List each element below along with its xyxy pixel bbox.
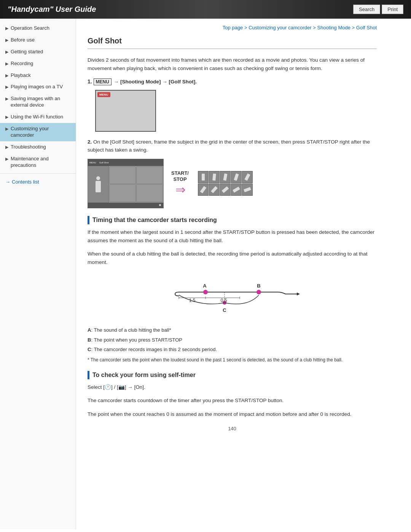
frames-strip-2 [198, 184, 253, 196]
sidebar-divider [0, 173, 76, 174]
step-2-number: 2. [88, 139, 92, 145]
breadcrumb-sep3: > [352, 25, 356, 30]
step-1-number: 1. MENU → [Shooting Mode] → [Golf Shot]. [88, 78, 377, 86]
timing-footnote: * The camcorder sets the point when the … [88, 356, 377, 363]
header: "Handycam" User Guide Search Print [0, 0, 411, 19]
arrow-icon: ▶ [5, 37, 8, 43]
breadcrumb-golf-shot: Golf Shot [356, 25, 377, 30]
step2-arrow-group: START/ STOP ⇒ [171, 170, 190, 197]
frame-1 [198, 171, 209, 183]
sidebar-item-playback[interactable]: ▶ Playback [0, 70, 76, 81]
sidebar-item-label: Playing images on a TV [11, 84, 63, 90]
sidebar-item-troubleshooting[interactable]: ▶ Troubleshooting [0, 141, 76, 153]
golf-top-bar: MENU Golf Shot [88, 159, 163, 166]
sidebar-item-getting-started[interactable]: ▶ Getting started [0, 46, 76, 58]
contents-link-label: Contents list [12, 179, 39, 185]
sidebar: ▶ Operation Search ▶ Before use ▶ Gettin… [0, 19, 76, 529]
self-timer-heading-text: To check your form using self-timer [92, 372, 196, 379]
arrow-icon: ▶ [5, 61, 8, 66]
timing-body-1: If the moment when the largest sound in … [88, 228, 377, 244]
breadcrumb-shooting-mode[interactable]: Shooting Mode [317, 25, 350, 30]
sidebar-item-maintenance[interactable]: ▶ Maintenance and precautions [0, 153, 76, 171]
frame-figure [233, 187, 240, 193]
golf-bottom-icon: ⏺ [159, 203, 162, 207]
golf-bottom-bar: ⏺ [88, 203, 163, 208]
page-number: 140 [88, 426, 377, 431]
frame-4 [231, 171, 242, 183]
arrow-icon: ▶ [5, 96, 8, 101]
print-button[interactable]: Print [382, 5, 403, 14]
self-timer-body-2: The point when the count reaches 0 is as… [88, 410, 377, 419]
golf-screen-inner: MENU Golf Shot [88, 159, 163, 208]
label-b-bold: B [88, 337, 91, 343]
label-c-bold: C [88, 347, 91, 352]
sidebar-item-label: Customizing your camcorder [11, 126, 72, 139]
arrow-icon: ▶ [5, 49, 8, 54]
sidebar-item-label: Troubleshooting [11, 144, 46, 150]
sidebar-item-label: Saving images with an external device [11, 96, 72, 109]
arrow-icon: ▶ [5, 84, 8, 89]
svg-text:A: A [203, 283, 207, 289]
site-title: "Handycam" User Guide [8, 5, 96, 14]
frame-figure [200, 186, 207, 193]
frame-6 [198, 184, 209, 196]
step-2: 2. On the [Golf Shot] screen, frame the … [88, 138, 377, 208]
frame-9 [231, 184, 242, 196]
intro-text: Divides 2 seconds of fast movement into … [88, 56, 377, 72]
svg-text:C: C [223, 307, 226, 313]
header-buttons: Search Print [353, 5, 403, 14]
golfer-head [96, 176, 100, 180]
breadcrumb-customizing[interactable]: Customizing your camcorder [249, 25, 311, 30]
sidebar-item-customizing[interactable]: ▶ Customizing your camcorder [0, 123, 76, 141]
timing-body-2: When the sound of a club hitting the bal… [88, 250, 377, 266]
golf-frame-4 [136, 184, 163, 202]
blue-bar-icon-2 [88, 371, 89, 379]
svg-point-2 [256, 290, 261, 294]
golf-body [88, 166, 163, 203]
frame-figure [202, 174, 205, 181]
search-button[interactable]: Search [353, 5, 380, 14]
sidebar-item-wifi[interactable]: ▶ Using the Wi-Fi function [0, 111, 76, 123]
timing-svg: A B C 1.5 0.5 [160, 273, 304, 319]
arrow-right-icon: → [5, 179, 10, 185]
step-1: 1. MENU → [Shooting Mode] → [Golf Shot].… [88, 78, 377, 132]
sidebar-item-recording[interactable]: ▶ Recording [0, 58, 76, 70]
self-timer-body-1: The camcorder starts countdown of the ti… [88, 396, 377, 405]
golf-left-panel [88, 166, 109, 203]
frame-5 [242, 171, 253, 183]
golf-frame-2 [136, 166, 163, 184]
frame-2 [209, 171, 220, 183]
golf-screen: MENU Golf Shot [88, 159, 164, 208]
contents-list-link[interactable]: → Contents list [0, 176, 76, 188]
layout: ▶ Operation Search ▶ Before use ▶ Gettin… [0, 19, 411, 529]
step-1-text: → [Shooting Mode] → [Golf Shot]. [114, 79, 197, 85]
golfer-figure-group [96, 176, 101, 192]
label-c: C: The camcorder records images in this … [88, 345, 377, 354]
frame-8 [220, 184, 231, 196]
breadcrumb-top[interactable]: Top page [223, 25, 243, 30]
sidebar-item-playing-images[interactable]: ▶ Playing images on a TV [0, 81, 76, 93]
sidebar-item-before-use[interactable]: ▶ Before use [0, 34, 76, 46]
start-stop-label: START/ STOP [171, 170, 189, 182]
arrow-icon: ▶ [5, 126, 8, 131]
sidebar-item-label: Operation Search [11, 25, 49, 32]
sidebar-item-saving-images[interactable]: ▶ Saving images with an external device [0, 93, 76, 111]
frames-strip-container [198, 171, 253, 196]
blue-bar-icon [88, 216, 89, 224]
frame-7 [209, 184, 220, 196]
menu-key: MENU [94, 78, 112, 85]
frame-figure [223, 174, 227, 181]
breadcrumb-sep2: > [313, 25, 317, 30]
frame-figure [212, 174, 216, 181]
main-content: Top page > Customizing your camcorder > … [76, 19, 388, 529]
step-2-text: 2. On the [Golf Shot] screen, frame the … [88, 138, 377, 154]
timing-heading-text: Timing that the camcorder starts recordi… [92, 217, 217, 224]
svg-text:B: B [257, 283, 260, 289]
frame-figure [211, 186, 218, 193]
frame-figure [222, 187, 229, 193]
breadcrumb-sep1: > [244, 25, 249, 30]
sidebar-item-label: Before use [11, 37, 35, 43]
frame-figure [234, 174, 239, 181]
timing-labels: A: The sound of a club hitting the ball*… [88, 326, 377, 354]
sidebar-item-operation-search[interactable]: ▶ Operation Search [0, 22, 76, 34]
